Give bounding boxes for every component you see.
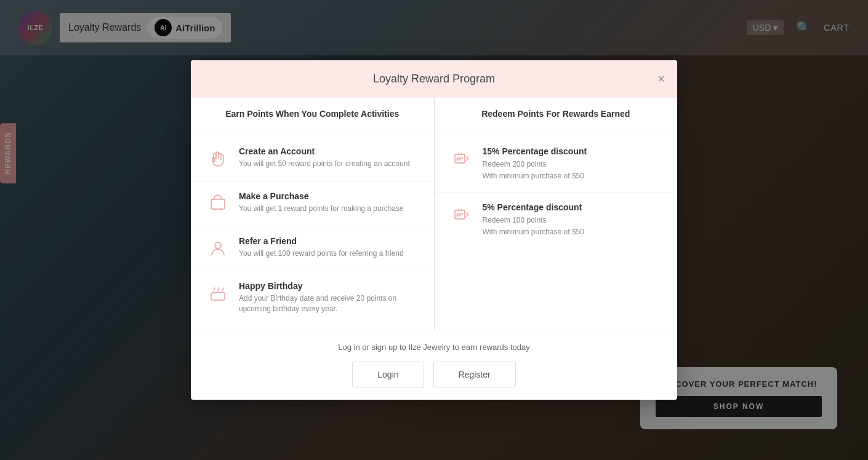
earn-column: Create an Account You will get 50 reward… (191, 130, 434, 330)
svg-point-3 (215, 242, 221, 248)
footer-buttons: Login Register (209, 362, 659, 387)
activity-title: Refer a Friend (239, 236, 404, 246)
activity-item: Refer a Friend You will get 100 reward p… (191, 226, 434, 271)
svg-rect-4 (211, 293, 225, 300)
svg-point-2 (220, 208, 222, 210)
activity-icon (206, 236, 230, 261)
redeem-column: 15% Percentage discount Redeem 200 point… (435, 130, 678, 330)
activity-item: Happy Birthday Add your Birthday date an… (191, 271, 434, 324)
modal-body: Create an Account You will get 50 reward… (191, 130, 677, 330)
redeem-column-header: Redeem Points For Rewards Earned (435, 98, 678, 130)
activity-title: Make a Purchase (239, 191, 404, 201)
svg-rect-5 (455, 154, 465, 163)
modal-close-button[interactable]: × (657, 73, 665, 85)
redeem-icon (449, 146, 474, 171)
signup-text: Log in or sign up to Ilze Jewelry to ear… (209, 343, 659, 352)
activity-item: Create an Account You will get 50 reward… (191, 137, 434, 181)
modal-header: Loyalty Reward Program × (191, 60, 677, 98)
activity-info: Create an Account You will get 50 reward… (239, 146, 410, 169)
login-button[interactable]: Login (352, 362, 424, 387)
activity-desc: You will get 50 reward points for creati… (239, 159, 410, 169)
redeem-title: 5% Percentage discount (483, 202, 584, 212)
svg-rect-0 (211, 199, 225, 209)
activity-desc: You will get 1 reward points for making … (239, 204, 404, 214)
modal-title: Loyalty Reward Program (373, 73, 495, 85)
activity-desc: You will get 100 reward points for refer… (239, 248, 404, 259)
earn-column-header: Earn Points When You Complete Activities (191, 98, 434, 130)
svg-point-1 (214, 208, 216, 210)
loyalty-modal: Loyalty Reward Program × Earn Points Whe… (191, 60, 677, 400)
redeem-info: 5% Percentage discount Redeem 100 points… (483, 202, 584, 238)
redeem-points: Redeem 100 pointsWith minimum purchase o… (483, 215, 584, 238)
activity-icon (206, 191, 230, 216)
redeem-icon (449, 202, 474, 227)
activity-info: Refer a Friend You will get 100 reward p… (239, 236, 404, 259)
redeem-info: 15% Percentage discount Redeem 200 point… (483, 146, 587, 182)
activity-item: Make a Purchase You will get 1 reward po… (191, 181, 434, 226)
svg-rect-6 (455, 210, 465, 219)
redeem-item: 5% Percentage discount Redeem 100 points… (435, 192, 678, 248)
activity-info: Make a Purchase You will get 1 reward po… (239, 191, 404, 214)
modal-footer: Log in or sign up to Ilze Jewelry to ear… (191, 330, 677, 400)
redeem-title: 15% Percentage discount (483, 146, 587, 156)
modal-overlay: Loyalty Reward Program × Earn Points Whe… (0, 0, 868, 460)
register-button[interactable]: Register (433, 362, 516, 387)
activity-icon (206, 281, 230, 306)
redeem-item: 15% Percentage discount Redeem 200 point… (435, 137, 678, 192)
modal-columns-header: Earn Points When You Complete Activities… (191, 98, 677, 130)
activity-info: Happy Birthday Add your Birthday date an… (239, 281, 419, 314)
activity-title: Create an Account (239, 146, 410, 156)
activity-title: Happy Birthday (239, 281, 419, 291)
activity-desc: Add your Birthday date and receive 20 po… (239, 293, 419, 314)
redeem-points: Redeem 200 pointsWith minimum purchase o… (483, 159, 587, 182)
activity-icon (206, 146, 230, 171)
